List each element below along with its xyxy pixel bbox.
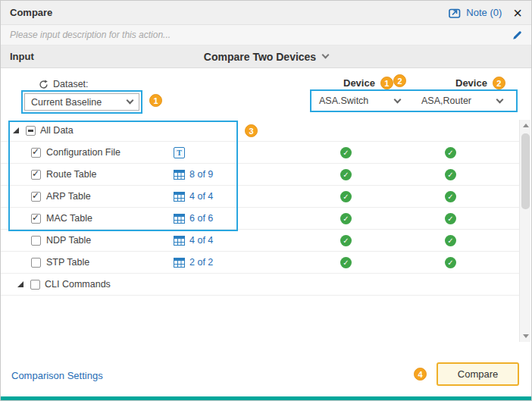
description-bar: Please input description for this action…: [1, 25, 531, 45]
annotation-step1-badge: 1: [149, 94, 162, 107]
checkbox[interactable]: [30, 280, 40, 290]
row-count[interactable]: 4 of 4: [189, 191, 213, 202]
chevron-down-icon: [322, 52, 330, 59]
expand-icon[interactable]: [17, 281, 23, 287]
device2-number-badge: 2: [493, 77, 505, 89]
table-row-arp-table: ARP Table 4 of 4: [1, 186, 519, 208]
row-label: STP Table: [46, 257, 89, 268]
checkbox[interactable]: [31, 214, 41, 224]
checkbox[interactable]: [31, 236, 41, 246]
scroll-down-icon[interactable]: [520, 331, 531, 342]
table-row-mac-table: MAC Table 6 of 6: [1, 208, 519, 230]
note-link[interactable]: Note (0): [466, 7, 502, 18]
compare-dialog: Compare Note (0) × Please input descript…: [0, 0, 532, 401]
expand-icon[interactable]: [13, 127, 19, 133]
row-label: ARP Table: [46, 191, 91, 202]
device2-value: ASA,Router: [421, 96, 471, 106]
device1-check-icon: [340, 169, 352, 180]
checkbox[interactable]: [31, 170, 41, 180]
table-icon[interactable]: [174, 170, 185, 180]
device1-column-header: Device 1: [343, 77, 393, 89]
table-row-stp-table: STP Table 2 of 2: [1, 252, 519, 274]
dataset-label: Dataset:: [39, 79, 89, 89]
scroll-up-icon[interactable]: [520, 120, 531, 131]
vertical-scrollbar[interactable]: [519, 120, 530, 342]
chevron-down-icon: [496, 96, 504, 103]
chevron-down-icon: [127, 97, 134, 105]
annotation-step4-badge: 4: [414, 368, 427, 381]
row-count[interactable]: 4 of 4: [189, 235, 213, 246]
table-row-all-data: All Data: [1, 120, 519, 142]
checkbox[interactable]: [26, 126, 36, 136]
dataset-value: Current Baseline: [31, 97, 102, 108]
row-label: Route Table: [46, 169, 97, 180]
dialog-title: Compare: [10, 7, 52, 18]
description-placeholder[interactable]: Please input description for this action…: [10, 30, 171, 40]
comparison-settings-link[interactable]: Comparison Settings: [11, 370, 103, 381]
device2-check-icon: [445, 257, 456, 268]
title-bar: Compare Note (0) ×: [1, 1, 531, 25]
device2-check-icon: [445, 169, 456, 180]
device1-check-icon: [340, 213, 352, 224]
table-icon[interactable]: [174, 258, 185, 268]
table-row-cli-commands: CLI Commands: [1, 274, 519, 296]
device2-dropdown[interactable]: ASA,Router: [414, 91, 516, 111]
dataset-highlight-box: Current Baseline: [21, 90, 142, 114]
device2-check-icon: [445, 213, 456, 224]
device1-label: Device: [343, 77, 375, 89]
row-label: CLI Commands: [45, 279, 111, 290]
table-icon[interactable]: [174, 192, 185, 202]
compare-mode-dropdown[interactable]: Compare Two Devices: [204, 51, 328, 63]
device1-dropdown[interactable]: ASA.Switch: [311, 91, 414, 111]
row-count[interactable]: 2 of 2: [189, 257, 213, 268]
table-row-configuration-file: Configuration File T: [1, 142, 519, 164]
device2-label: Device: [455, 77, 487, 89]
dataset-dropdown[interactable]: Current Baseline: [24, 93, 139, 111]
chevron-down-icon: [394, 96, 402, 103]
checkbox[interactable]: [31, 192, 41, 202]
annotation-step2-badge: 2: [393, 74, 406, 87]
bottom-accent-bar: [1, 396, 531, 400]
text-file-icon[interactable]: T: [174, 147, 185, 158]
device1-check-icon: [340, 191, 352, 202]
table-row-ndp-table: NDP Table 4 of 4: [1, 230, 519, 252]
devices-highlight-box: ASA.Switch ASA,Router: [310, 89, 518, 112]
row-label: NDP Table: [46, 235, 91, 246]
note-window-icon[interactable]: [449, 8, 461, 18]
row-label: Configuration File: [46, 147, 120, 158]
device1-check-icon: [340, 147, 352, 158]
compare-button-label: Compare: [458, 368, 498, 380]
close-icon[interactable]: ×: [513, 5, 522, 20]
row-count[interactable]: 6 of 6: [189, 213, 213, 224]
device2-check-icon: [445, 147, 456, 158]
device1-check-icon: [340, 235, 352, 246]
dataset-label-text: Dataset:: [53, 79, 89, 89]
device1-check-icon: [340, 257, 352, 268]
row-label: All Data: [40, 125, 74, 136]
edit-pencil-icon[interactable]: [512, 30, 522, 40]
table-icon[interactable]: [174, 236, 185, 246]
scrollbar-thumb[interactable]: [521, 133, 530, 209]
device1-number-badge: 1: [380, 77, 393, 89]
row-count[interactable]: 8 of 9: [189, 169, 213, 180]
table-icon[interactable]: [174, 214, 185, 224]
refresh-icon[interactable]: [39, 80, 49, 89]
compare-button[interactable]: Compare: [437, 362, 519, 386]
input-bar: Input Compare Two Devices: [1, 45, 531, 68]
device1-value: ASA.Switch: [319, 96, 368, 106]
device2-check-icon: [445, 191, 456, 202]
row-label: MAC Table: [46, 213, 92, 224]
checkbox[interactable]: [31, 258, 41, 268]
data-type-table: All Data Configuration File T Route Tabl…: [1, 120, 519, 296]
device2-check-icon: [445, 235, 456, 246]
checkbox[interactable]: [31, 148, 41, 158]
device2-column-header: Device 2: [455, 77, 505, 89]
compare-mode-label: Compare Two Devices: [204, 51, 316, 63]
annotation-step3-badge: 3: [245, 124, 258, 137]
table-row-route-table: Route Table 8 of 9: [1, 164, 519, 186]
